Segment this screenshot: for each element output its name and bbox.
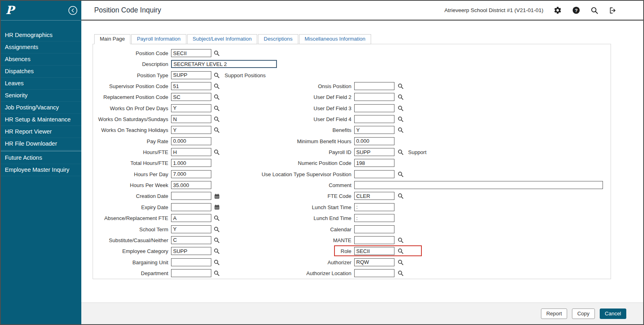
- search-lookup-button[interactable]: [213, 248, 220, 255]
- creation-date-input[interactable]: [171, 192, 211, 200]
- user-def-field-2-input[interactable]: [354, 93, 394, 101]
- sidebar-item-leaves[interactable]: Leaves: [1, 78, 81, 90]
- hours-per-week-input[interactable]: [171, 181, 211, 189]
- calendar-input[interactable]: [354, 225, 394, 233]
- bargaining-unit-input[interactable]: [171, 258, 211, 266]
- sidebar-item-absences[interactable]: Absences: [1, 53, 81, 66]
- sidebar-collapse-button[interactable]: [68, 5, 78, 16]
- sidebar-item-job-posting-vacancy[interactable]: Job Posting/Vacancy: [1, 102, 81, 114]
- sidebar-item-future-actions[interactable]: Future Actions: [1, 152, 81, 164]
- search-icon: [214, 83, 220, 89]
- search-lookup-button[interactable]: [213, 259, 220, 266]
- search-lookup-button[interactable]: [213, 237, 220, 244]
- position-code-input[interactable]: [171, 49, 211, 57]
- sidebar-item-employee-master-inquiry[interactable]: Employee Master Inquiry: [1, 164, 81, 176]
- benefits-input[interactable]: [354, 126, 394, 134]
- sidebar-item-hr-file-downloader[interactable]: HR File Downloader: [1, 138, 81, 150]
- sidebar-item-seniority[interactable]: Seniority: [1, 90, 81, 102]
- footer-bar: ReportCopyCancel: [81, 302, 643, 324]
- search-lookup-button[interactable]: [213, 94, 220, 101]
- lunch-end-time-input[interactable]: [354, 214, 394, 222]
- search-lookup-button[interactable]: [397, 259, 404, 266]
- search-lookup-button[interactable]: [397, 270, 404, 277]
- cancel-button[interactable]: Cancel: [600, 309, 626, 319]
- sidebar-item-hr-setup-maintenance[interactable]: HR Setup & Maintenance: [1, 114, 81, 126]
- authorizer-input[interactable]: [354, 258, 394, 266]
- role-input[interactable]: [354, 247, 394, 255]
- description-input[interactable]: [171, 60, 277, 68]
- search-lookup-button[interactable]: [397, 149, 404, 156]
- use-location-type-supervisor-position-input[interactable]: [354, 170, 394, 178]
- calendar-lookup-button[interactable]: [213, 193, 220, 200]
- employee-category-input[interactable]: [171, 247, 211, 255]
- lunch-start-time-input[interactable]: [354, 203, 394, 211]
- search-lookup-button[interactable]: [397, 94, 404, 101]
- copy-button[interactable]: Copy: [572, 309, 594, 319]
- tab-payroll-information[interactable]: Payroll Information: [131, 34, 186, 44]
- sidebar-item-hr-report-viewer[interactable]: HR Report Viewer: [1, 126, 81, 138]
- fte-code-input[interactable]: [354, 192, 394, 200]
- field-label-employee-category: Employee Category: [93, 248, 168, 254]
- search-lookup-button[interactable]: [213, 72, 220, 79]
- search-lookup-button[interactable]: [397, 171, 404, 178]
- total-hours-fte-input[interactable]: [171, 159, 211, 167]
- search-lookup-button[interactable]: [213, 149, 220, 156]
- position-type-input[interactable]: [171, 71, 211, 79]
- search-icon: [398, 270, 404, 276]
- search-lookup-button[interactable]: [213, 127, 220, 134]
- works-on-prof-dev-days-input[interactable]: [171, 104, 211, 112]
- comment-input[interactable]: [354, 181, 603, 189]
- pay-rate-input[interactable]: [171, 137, 211, 145]
- help-button[interactable]: ?: [572, 6, 580, 15]
- tab-descriptions[interactable]: Descriptions: [258, 34, 298, 44]
- search-lookup-button[interactable]: [213, 50, 220, 57]
- search-lookup-button[interactable]: [397, 116, 404, 123]
- school-term-input[interactable]: [171, 225, 211, 233]
- tab-subject-level-information[interactable]: Subject/Level Information: [187, 34, 258, 44]
- user-def-field-3-input[interactable]: [354, 104, 394, 112]
- search-lookup-button[interactable]: [397, 193, 404, 200]
- payroll-id-input[interactable]: [354, 148, 394, 156]
- search-lookup-button[interactable]: [213, 215, 220, 222]
- search-lookup-button[interactable]: [397, 127, 404, 134]
- tab-main-page[interactable]: Main Page: [94, 34, 130, 44]
- search-lookup-button[interactable]: [213, 105, 220, 112]
- search-lookup-button[interactable]: [213, 116, 220, 123]
- field-label-lunch-start-time: Lunch Start Time: [230, 204, 351, 210]
- works-on-saturdays-sundays-input[interactable]: [171, 115, 211, 123]
- tab-miscellaneous-information[interactable]: Miscellaneous Information: [299, 34, 371, 44]
- substitute-casual-neither-input[interactable]: [171, 236, 211, 244]
- form-row: School TermCalendar: [93, 224, 611, 235]
- search-lookup-button[interactable]: [397, 248, 404, 255]
- sidebar-item-dispatches[interactable]: Dispatches: [1, 66, 81, 78]
- hours-fte-input[interactable]: [171, 148, 211, 156]
- sidebar-item-hr-demographics[interactable]: HR Demographics: [1, 29, 81, 41]
- replacement-position-code-input[interactable]: [171, 93, 211, 101]
- works-on-teaching-holidays-input[interactable]: [171, 126, 211, 134]
- expiry-date-input[interactable]: [171, 203, 211, 211]
- search-lookup-button[interactable]: [213, 226, 220, 233]
- search-lookup-button[interactable]: [397, 105, 404, 112]
- minimum-benefit-hours-input[interactable]: [354, 137, 394, 145]
- search-lookup-button[interactable]: [213, 270, 220, 277]
- search-icon: [398, 259, 404, 265]
- authorizer-location-input[interactable]: [354, 269, 394, 277]
- hours-per-day-input[interactable]: [171, 170, 211, 178]
- logout-button[interactable]: [609, 6, 617, 15]
- sidebar-item-assignments[interactable]: Assignments: [1, 41, 81, 53]
- calendar-lookup-button[interactable]: [213, 204, 220, 211]
- mante-input[interactable]: [354, 236, 394, 244]
- report-button[interactable]: Report: [541, 309, 567, 319]
- search-lookup-button[interactable]: [397, 83, 404, 90]
- search-button[interactable]: [590, 6, 599, 15]
- user-def-field-4-input[interactable]: [354, 115, 394, 123]
- search-lookup-button[interactable]: [213, 83, 220, 90]
- numeric-position-code-input[interactable]: [354, 159, 394, 167]
- absence-replacement-fte-input[interactable]: [171, 214, 211, 222]
- onsis-position-input[interactable]: [354, 82, 394, 90]
- search-lookup-button[interactable]: [397, 237, 404, 244]
- supervisor-position-code-input[interactable]: [171, 82, 211, 90]
- sidebar-primary-list: HR DemographicsAssignmentsAbsencesDispat…: [1, 29, 81, 150]
- settings-button[interactable]: [553, 6, 562, 15]
- department-input[interactable]: [171, 269, 211, 277]
